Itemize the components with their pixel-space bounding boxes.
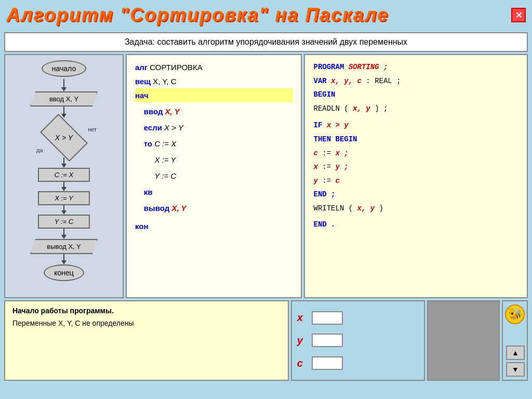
var-y-row: у: [297, 334, 419, 347]
flowchart-end: конец: [44, 264, 84, 281]
code-line4: READLN ( x, y ) ;: [313, 102, 518, 116]
code-line2: VAR x, y, c : REAL ;: [313, 74, 518, 88]
var-c-label: с: [297, 357, 308, 369]
info-line2: Переменные X, Y, C не определены: [12, 319, 281, 327]
flowchart-condition: X > Y да нет: [35, 122, 92, 153]
vars-panel: x у с: [291, 300, 425, 381]
code-line3: BEGIN: [313, 88, 518, 102]
code-line5: IF x > y: [313, 118, 518, 132]
algo-line9: кв: [135, 185, 292, 199]
main-content: начало ввод X, Y X > Y да нет C := X: [4, 54, 528, 298]
algo-line3: нач: [135, 88, 292, 102]
algo-line6: то C := X: [135, 137, 292, 151]
code-line7: c := x ;: [313, 147, 518, 161]
flowchart-start: начало: [42, 60, 86, 77]
info-panel: Начало работы программы. Переменные X, Y…: [4, 300, 289, 381]
code-line9: y := c: [313, 174, 518, 188]
algo-line5: если X > Y: [135, 121, 292, 135]
algo-line4: ввод X, Y: [135, 104, 292, 118]
down-button[interactable]: ▼: [506, 362, 525, 377]
algorithm-panel: алг СОРТИРОВКА вещ X, Y, C нач ввод X, Y…: [126, 54, 302, 298]
var-c-input[interactable]: [312, 356, 343, 370]
task-bar: Задача: составить алгоритм упорядочивани…: [4, 32, 528, 52]
controls-panel: 🐝 ▲ ▼: [502, 300, 528, 381]
bee-icon: 🐝: [505, 304, 525, 324]
algo-line8: Y := C: [135, 169, 292, 183]
algo-line11: кон: [135, 219, 292, 233]
flowchart-assign2: X := Y: [38, 191, 90, 205]
header: Алгоритм "Сортировка" на Паскале ✕: [0, 0, 532, 30]
flowchart-assign1: C := X: [38, 168, 90, 182]
var-x-row: x: [297, 311, 419, 325]
code-line10: END ;: [313, 188, 518, 202]
var-c-row: с: [297, 356, 419, 370]
algo-line1: алг СОРТИРОВКА: [135, 60, 292, 74]
var-y-input[interactable]: [312, 334, 343, 347]
var-x-label: x: [297, 312, 308, 324]
var-y-label: у: [297, 335, 308, 347]
flowchart-input: ввод X, Y: [30, 91, 98, 107]
up-button[interactable]: ▲: [506, 345, 525, 360]
algo-line10: вывод X, Y: [135, 201, 292, 215]
flowchart-assign3: Y := C: [38, 215, 90, 229]
close-button[interactable]: ✕: [511, 8, 526, 22]
algo-line7: X := Y: [135, 153, 292, 167]
code-line1: PROGRAM SORTING ;: [313, 60, 518, 74]
bottom-area: Начало работы программы. Переменные X, Y…: [4, 300, 528, 381]
code-line8: x := y ;: [313, 160, 518, 174]
code-line6: THEN BEGIN: [313, 132, 518, 147]
flowchart-panel: начало ввод X, Y X > Y да нет C := X: [4, 54, 124, 298]
code-panel: PROGRAM SORTING ; VAR x, y, c : REAL ; B…: [304, 54, 528, 298]
page-title: Алгоритм "Сортировка" на Паскале: [6, 4, 389, 26]
flowchart-output: вывод X, Y: [30, 239, 98, 254]
var-x-input[interactable]: [312, 311, 343, 325]
display-panel: [427, 300, 500, 381]
code-line12: END .: [313, 218, 518, 232]
info-line1: Начало работы программы.: [12, 307, 281, 315]
algo-line2: вещ X, Y, C: [135, 74, 292, 88]
code-line11: WRITELN ( x, y ): [313, 202, 518, 216]
